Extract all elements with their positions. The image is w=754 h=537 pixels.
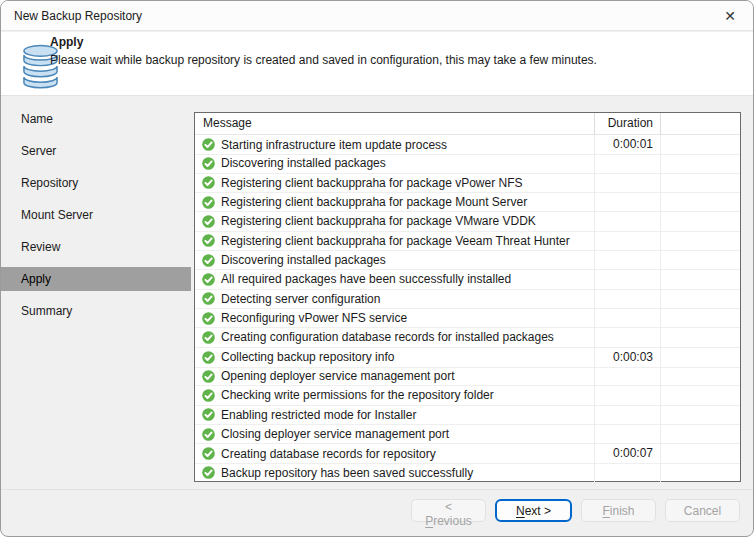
duration-cell: 0:00:07	[595, 444, 661, 464]
duration-cell	[595, 386, 661, 405]
finish-button[interactable]: Finish	[581, 499, 656, 522]
footer-divider	[1, 489, 753, 490]
spacer-cell	[661, 251, 740, 270]
success-check-icon	[202, 215, 215, 228]
sidebar-item-review[interactable]: Review	[1, 235, 191, 259]
duration-cell	[595, 232, 661, 251]
sidebar-item-summary[interactable]: Summary	[1, 299, 191, 323]
message-text: Starting infrastructure item update proc…	[221, 138, 447, 152]
table-row[interactable]: Starting infrastructure item update proc…	[195, 135, 740, 154]
message-text: Creating configuration database records …	[221, 330, 554, 344]
spacer-cell	[661, 328, 740, 347]
table-row[interactable]: All required packages have been successf…	[195, 270, 740, 289]
table-row[interactable]: Checking write permissions for the repos…	[195, 386, 740, 405]
table-row[interactable]: Enabling restricted mode for Installer	[195, 406, 740, 425]
message-text: Registering client backuppraha for packa…	[221, 195, 527, 209]
cancel-button[interactable]: Cancel	[665, 499, 740, 522]
wizard-steps-sidebar: Name Server Repository Mount Server Revi…	[1, 96, 191, 536]
window-title: New Backup Repository	[14, 1, 142, 31]
duration-cell	[595, 193, 661, 212]
wizard-header: Apply Please wait while backup repositor…	[1, 32, 753, 96]
sidebar-item-server[interactable]: Server	[1, 139, 191, 163]
duration-cell	[595, 425, 661, 444]
new-backup-repository-dialog: New Backup Repository ✕ Apply Please wai…	[0, 0, 754, 537]
sidebar-item-mount-server[interactable]: Mount Server	[1, 203, 191, 227]
table-row[interactable]: Detecting server configuration	[195, 290, 740, 309]
database-icon	[20, 44, 61, 90]
duration-cell	[595, 212, 661, 231]
message-cell: Starting infrastructure item update proc…	[195, 135, 595, 155]
message-cell: Detecting server configuration	[195, 290, 595, 309]
table-row[interactable]: Creating configuration database records …	[195, 328, 740, 347]
success-check-icon	[202, 138, 215, 151]
table-row[interactable]: Backup repository has been saved success…	[195, 464, 740, 483]
success-check-icon	[202, 428, 215, 441]
spacer-cell	[661, 135, 740, 155]
message-text: Backup repository has been saved success…	[221, 466, 473, 480]
success-check-icon	[202, 254, 215, 267]
success-check-icon	[202, 196, 215, 209]
table-header-row: Message Duration	[195, 113, 740, 135]
message-text: Opening deployer service management port	[221, 369, 454, 383]
message-text: Checking write permissions for the repos…	[221, 388, 494, 402]
duration-cell: 0:00:01	[595, 135, 661, 155]
spacer-cell	[661, 154, 740, 173]
step-title: Apply	[50, 35, 83, 49]
table-row[interactable]: Registering client backuppraha for packa…	[195, 232, 740, 251]
table-row[interactable]: Opening deployer service management port	[195, 367, 740, 386]
table-row[interactable]: Registering client backuppraha for packa…	[195, 193, 740, 212]
title-bar: New Backup Repository ✕	[1, 1, 753, 31]
table-row[interactable]: Registering client backuppraha for packa…	[195, 212, 740, 231]
table-row[interactable]: Registering client backuppraha for packa…	[195, 174, 740, 193]
table-row[interactable]: Discovering installed packages	[195, 154, 740, 173]
duration-cell	[595, 270, 661, 289]
success-check-icon	[202, 273, 215, 286]
sidebar-item-repository[interactable]: Repository	[1, 171, 191, 195]
message-cell: Registering client backuppraha for packa…	[195, 212, 595, 231]
duration-cell	[595, 154, 661, 173]
table-row[interactable]: Closing deployer service management port	[195, 425, 740, 444]
message-cell: Reconfiguring vPower NFS service	[195, 309, 595, 328]
table-row[interactable]: Reconfiguring vPower NFS service	[195, 309, 740, 328]
table-body: Starting infrastructure item update proc…	[195, 135, 740, 483]
message-text: Discovering installed packages	[221, 253, 386, 267]
spacer-cell	[661, 270, 740, 289]
step-description: Please wait while backup repository is c…	[50, 53, 597, 67]
previous-button[interactable]: < Previous	[411, 499, 486, 522]
spacer-cell	[661, 464, 740, 483]
table-row[interactable]: Discovering installed packages	[195, 251, 740, 270]
message-text: Creating database records for repository	[221, 447, 436, 461]
message-cell: Opening deployer service management port	[195, 367, 595, 386]
duration-cell	[595, 309, 661, 328]
success-check-icon	[202, 157, 215, 170]
success-check-icon	[202, 234, 215, 247]
spacer-cell	[661, 290, 740, 309]
message-cell: Checking write permissions for the repos…	[195, 386, 595, 405]
message-text: All required packages have been successf…	[221, 272, 511, 286]
message-text: Enabling restricted mode for Installer	[221, 408, 416, 422]
sidebar-item-name[interactable]: Name	[1, 107, 191, 131]
message-cell: Collecting backup repository info	[195, 348, 595, 368]
duration-cell	[595, 328, 661, 347]
close-icon[interactable]: ✕	[713, 2, 747, 30]
spacer-cell	[661, 406, 740, 425]
column-header-message[interactable]: Message	[195, 113, 595, 135]
table-row[interactable]: Collecting backup repository info 0:00:0…	[195, 348, 740, 367]
duration-cell	[595, 464, 661, 483]
message-cell: Enabling restricted mode for Installer	[195, 406, 595, 425]
message-text: Registering client backuppraha for packa…	[221, 234, 570, 248]
message-cell: Closing deployer service management port	[195, 425, 595, 444]
column-header-duration[interactable]: Duration	[595, 113, 661, 135]
spacer-cell	[661, 348, 740, 368]
message-text: Discovering installed packages	[221, 156, 386, 170]
success-check-icon	[202, 331, 215, 344]
table-row[interactable]: Creating database records for repository…	[195, 444, 740, 463]
spacer-cell	[661, 444, 740, 464]
message-text: Collecting backup repository info	[221, 350, 394, 364]
next-button[interactable]: Next >	[495, 499, 572, 522]
message-cell: Registering client backuppraha for packa…	[195, 232, 595, 251]
sidebar-item-apply[interactable]: Apply	[1, 267, 191, 291]
message-cell: Creating database records for repository	[195, 444, 595, 464]
message-text: Registering client backuppraha for packa…	[221, 176, 523, 190]
duration-cell	[595, 406, 661, 425]
